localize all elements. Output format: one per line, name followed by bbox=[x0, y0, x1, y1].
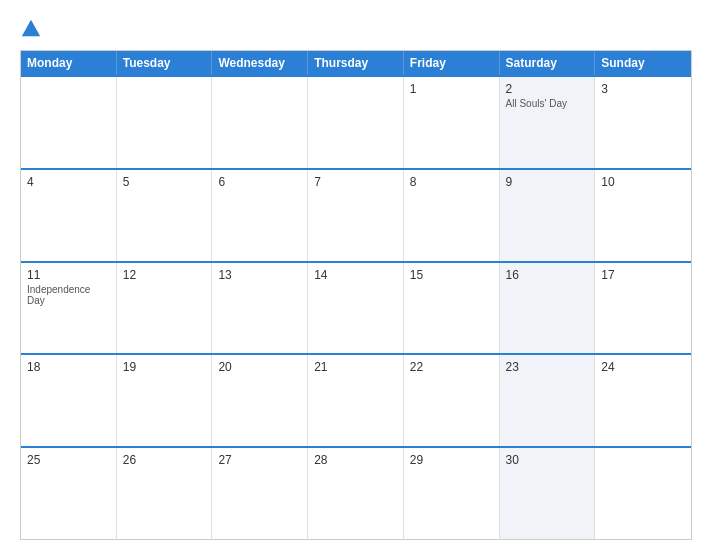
calendar-row-5: 252627282930 bbox=[21, 446, 691, 539]
calendar-cell: 19 bbox=[117, 355, 213, 446]
calendar-cell: 22 bbox=[404, 355, 500, 446]
calendar-body: 12All Souls' Day34567891011Independence … bbox=[21, 75, 691, 539]
day-number: 24 bbox=[601, 360, 685, 374]
calendar: MondayTuesdayWednesdayThursdayFridaySatu… bbox=[20, 50, 692, 540]
page: MondayTuesdayWednesdayThursdayFridaySatu… bbox=[0, 0, 712, 550]
calendar-cell: 8 bbox=[404, 170, 500, 261]
day-number: 26 bbox=[123, 453, 206, 467]
calendar-row-3: 11Independence Day121314151617 bbox=[21, 261, 691, 354]
calendar-cell: 23 bbox=[500, 355, 596, 446]
calendar-cell: 6 bbox=[212, 170, 308, 261]
calendar-cell: 11Independence Day bbox=[21, 263, 117, 354]
calendar-cell: 5 bbox=[117, 170, 213, 261]
calendar-cell: 4 bbox=[21, 170, 117, 261]
calendar-cell bbox=[21, 77, 117, 168]
calendar-cell: 17 bbox=[595, 263, 691, 354]
logo bbox=[20, 18, 44, 40]
calendar-cell: 9 bbox=[500, 170, 596, 261]
weekday-header-friday: Friday bbox=[404, 51, 500, 75]
day-number: 13 bbox=[218, 268, 301, 282]
day-number: 15 bbox=[410, 268, 493, 282]
calendar-cell: 24 bbox=[595, 355, 691, 446]
calendar-cell: 25 bbox=[21, 448, 117, 539]
day-number: 17 bbox=[601, 268, 685, 282]
day-number: 5 bbox=[123, 175, 206, 189]
day-number: 30 bbox=[506, 453, 589, 467]
calendar-cell bbox=[595, 448, 691, 539]
day-number: 29 bbox=[410, 453, 493, 467]
calendar-cell: 12 bbox=[117, 263, 213, 354]
calendar-cell: 16 bbox=[500, 263, 596, 354]
calendar-row-1: 12All Souls' Day3 bbox=[21, 75, 691, 168]
calendar-cell: 3 bbox=[595, 77, 691, 168]
calendar-cell bbox=[117, 77, 213, 168]
calendar-cell bbox=[212, 77, 308, 168]
day-number: 20 bbox=[218, 360, 301, 374]
calendar-cell: 10 bbox=[595, 170, 691, 261]
day-number: 8 bbox=[410, 175, 493, 189]
weekday-header-monday: Monday bbox=[21, 51, 117, 75]
day-number: 12 bbox=[123, 268, 206, 282]
calendar-weekday-header: MondayTuesdayWednesdayThursdayFridaySatu… bbox=[21, 51, 691, 75]
day-number: 3 bbox=[601, 82, 685, 96]
calendar-cell: 30 bbox=[500, 448, 596, 539]
day-number: 25 bbox=[27, 453, 110, 467]
day-number: 6 bbox=[218, 175, 301, 189]
day-number: 23 bbox=[506, 360, 589, 374]
day-number: 14 bbox=[314, 268, 397, 282]
holiday-label: All Souls' Day bbox=[506, 98, 589, 109]
calendar-row-4: 18192021222324 bbox=[21, 353, 691, 446]
weekday-header-tuesday: Tuesday bbox=[117, 51, 213, 75]
day-number: 11 bbox=[27, 268, 110, 282]
calendar-cell: 15 bbox=[404, 263, 500, 354]
calendar-cell: 21 bbox=[308, 355, 404, 446]
day-number: 18 bbox=[27, 360, 110, 374]
logo-icon bbox=[20, 18, 42, 40]
calendar-header bbox=[20, 18, 692, 40]
calendar-cell: 2All Souls' Day bbox=[500, 77, 596, 168]
day-number: 9 bbox=[506, 175, 589, 189]
calendar-cell bbox=[308, 77, 404, 168]
calendar-cell: 1 bbox=[404, 77, 500, 168]
svg-marker-0 bbox=[22, 20, 40, 37]
weekday-header-thursday: Thursday bbox=[308, 51, 404, 75]
calendar-row-2: 45678910 bbox=[21, 168, 691, 261]
day-number: 21 bbox=[314, 360, 397, 374]
holiday-label: Independence Day bbox=[27, 284, 110, 306]
day-number: 7 bbox=[314, 175, 397, 189]
calendar-cell: 27 bbox=[212, 448, 308, 539]
day-number: 27 bbox=[218, 453, 301, 467]
calendar-cell: 14 bbox=[308, 263, 404, 354]
weekday-header-saturday: Saturday bbox=[500, 51, 596, 75]
calendar-cell: 13 bbox=[212, 263, 308, 354]
calendar-cell: 26 bbox=[117, 448, 213, 539]
day-number: 19 bbox=[123, 360, 206, 374]
day-number: 16 bbox=[506, 268, 589, 282]
weekday-header-sunday: Sunday bbox=[595, 51, 691, 75]
day-number: 2 bbox=[506, 82, 589, 96]
day-number: 1 bbox=[410, 82, 493, 96]
calendar-cell: 28 bbox=[308, 448, 404, 539]
calendar-cell: 18 bbox=[21, 355, 117, 446]
day-number: 28 bbox=[314, 453, 397, 467]
weekday-header-wednesday: Wednesday bbox=[212, 51, 308, 75]
day-number: 4 bbox=[27, 175, 110, 189]
calendar-cell: 7 bbox=[308, 170, 404, 261]
calendar-cell: 29 bbox=[404, 448, 500, 539]
day-number: 22 bbox=[410, 360, 493, 374]
day-number: 10 bbox=[601, 175, 685, 189]
calendar-cell: 20 bbox=[212, 355, 308, 446]
